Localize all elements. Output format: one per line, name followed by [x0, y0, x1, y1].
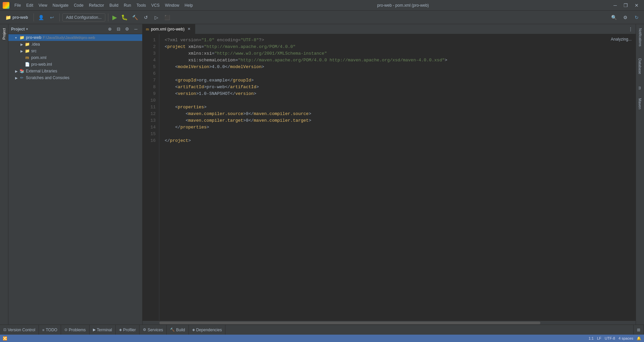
- menu-navigate[interactable]: Navigate: [50, 2, 71, 9]
- tab-more-button[interactable]: ⋮: [626, 24, 636, 34]
- terminal-label: Terminal: [97, 328, 112, 332]
- xml-icon: m: [24, 55, 30, 60]
- menu-tools[interactable]: Tools: [134, 2, 148, 9]
- project-name: pro-web: [12, 15, 28, 20]
- line-num-4: 4: [143, 57, 159, 64]
- hide-panel-icon[interactable]: ─: [132, 25, 140, 33]
- menu-bar: File Edit View Navigate Code Refactor Bu…: [12, 2, 195, 9]
- dependencies-icon: ◈: [192, 328, 195, 332]
- bottom-toolbar: ⊡ Version Control ≡ TODO ⊙ Problems ▶ Te…: [0, 325, 644, 335]
- run-config-button[interactable]: ▷: [152, 13, 161, 22]
- line-num-12: 12: [143, 111, 159, 117]
- notifications-tab[interactable]: Notifications: [637, 25, 643, 49]
- build-tab[interactable]: 🔨 Build: [167, 325, 189, 335]
- editor-tab-pomxml[interactable]: m pom.xml (pro-web) ✕: [143, 24, 195, 34]
- reload-button[interactable]: ↺: [141, 13, 151, 22]
- panel-options-icon[interactable]: ⚙: [123, 25, 131, 33]
- menu-edit[interactable]: Edit: [24, 2, 36, 9]
- minimize-button[interactable]: ─: [611, 2, 620, 9]
- line-numbers: 1 2 3 4 5 6 7 8 9 10 11 12 13 14 15 16: [143, 34, 159, 321]
- line-num-6: 6: [143, 70, 159, 77]
- idea-label: .idea: [31, 42, 40, 47]
- maven-tab[interactable]: Maven: [637, 96, 643, 112]
- menu-file[interactable]: File: [12, 2, 23, 9]
- project-tab[interactable]: Project: [1, 25, 7, 42]
- line-num-9: 9: [143, 91, 159, 97]
- database-tab[interactable]: Database: [637, 56, 643, 77]
- iml-label: pro-web.iml: [31, 62, 52, 67]
- tree-root[interactable]: ▾ 📁 pro-web F:\JavaStudy\JavaWeb\pro-web: [8, 34, 142, 41]
- menu-window[interactable]: Window: [163, 2, 182, 9]
- run-button[interactable]: ▶: [111, 14, 118, 21]
- profiler-tab[interactable]: ◈ Profiler: [116, 325, 140, 335]
- debug-button[interactable]: 🐛: [120, 14, 129, 20]
- settings-button[interactable]: ⚙: [621, 13, 630, 22]
- menu-build[interactable]: Build: [107, 2, 121, 9]
- add-configuration-button[interactable]: Add Configuration...: [62, 13, 105, 21]
- tree-external-libs[interactable]: ▶ 📚 External Libraries: [8, 68, 142, 74]
- profiler-label: Profiler: [123, 328, 136, 332]
- tree-idea[interactable]: ▶ 📁 .idea: [8, 41, 142, 48]
- menu-code[interactable]: Code: [71, 2, 86, 9]
- search-everywhere-button[interactable]: 🔍: [609, 13, 619, 22]
- build-icon: 🔨: [170, 328, 175, 332]
- tree-src[interactable]: ▶ 📁 src: [8, 48, 142, 54]
- encoding[interactable]: UTF-8: [605, 336, 615, 340]
- expand-arrow[interactable]: ▾: [15, 36, 19, 40]
- profiler-icon: ◈: [119, 328, 122, 332]
- m-tab[interactable]: m: [637, 84, 643, 92]
- menu-help[interactable]: Help: [182, 2, 195, 9]
- dependencies-tab[interactable]: ◈ Dependencies: [189, 325, 226, 335]
- terminal-tab[interactable]: ▶ Terminal: [90, 325, 116, 335]
- vcs-status[interactable]: 🔀: [3, 336, 7, 341]
- expand-arrow[interactable]: ▶: [20, 49, 24, 53]
- version-control-label: Version Control: [8, 328, 35, 332]
- toolbar-separator-3: [108, 13, 108, 21]
- line-num-8: 8: [143, 84, 159, 91]
- toolbar-separator-2: [59, 13, 60, 21]
- update-button[interactable]: ↻: [632, 13, 641, 22]
- collapse-all-icon[interactable]: ⊟: [115, 25, 122, 33]
- tree-scratches[interactable]: ▶ ✏ Scratches and Consoles: [8, 74, 142, 81]
- indent-setting[interactable]: 4 spaces: [619, 336, 633, 340]
- problems-icon: ⊙: [64, 328, 67, 332]
- line-num-14: 14: [143, 124, 159, 131]
- menu-refactor[interactable]: Refactor: [87, 2, 106, 9]
- notifications-icon[interactable]: 🔔: [637, 336, 641, 341]
- expand-arrow[interactable]: ▶: [15, 69, 19, 73]
- panel-header-icons: ⊕ ⊟ ⚙ ─: [106, 25, 140, 33]
- todo-tab[interactable]: ≡ TODO: [39, 325, 61, 335]
- build-button[interactable]: 🔨: [130, 13, 140, 22]
- tree-pomxml[interactable]: ▶ m pom.xml: [8, 54, 142, 61]
- code-editor[interactable]: <?xml version="1.0" encoding="UTF-8"?> <…: [159, 34, 636, 321]
- expand-arrow[interactable]: ▶: [15, 76, 19, 80]
- editor-content[interactable]: 1 2 3 4 5 6 7 8 9 10 11 12 13 14 15 16 <…: [143, 34, 636, 321]
- horizontal-scrollbar[interactable]: [143, 321, 636, 325]
- locate-icon[interactable]: ⊕: [106, 25, 113, 33]
- pom-label: pom.xml: [31, 55, 46, 60]
- maximize-button[interactable]: ❐: [621, 2, 631, 9]
- folder-icon: 📁: [19, 35, 24, 40]
- services-tab[interactable]: ⚙ Services: [140, 325, 167, 335]
- panel-dropdown-icon[interactable]: ▾: [26, 27, 28, 31]
- cursor-position[interactable]: 1:1: [589, 336, 594, 340]
- line-num-2: 2: [143, 44, 159, 50]
- editor-tabs: m pom.xml (pro-web) ✕ ⋮: [143, 24, 636, 34]
- stop-button[interactable]: ⬛: [163, 13, 172, 22]
- back-button[interactable]: ↩: [47, 13, 57, 22]
- close-button[interactable]: ✕: [632, 2, 641, 9]
- status-left: 🔀: [3, 336, 7, 341]
- window-controls: ─ ❐ ✕: [611, 2, 641, 9]
- profile-button[interactable]: 👤: [37, 13, 46, 22]
- menu-view[interactable]: View: [36, 2, 50, 9]
- problems-label: Problems: [69, 328, 86, 332]
- menu-vcs[interactable]: VCS: [149, 2, 162, 9]
- problems-tab[interactable]: ⊙ Problems: [61, 325, 90, 335]
- tree-iml[interactable]: ▶ 📄 pro-web.iml: [8, 61, 142, 68]
- left-sidebar-toggle[interactable]: ⊞: [633, 325, 644, 335]
- version-control-tab[interactable]: ⊡ Version Control: [0, 325, 39, 335]
- expand-arrow[interactable]: ▶: [20, 43, 24, 46]
- line-separator[interactable]: LF: [597, 336, 601, 340]
- tab-close-button[interactable]: ✕: [186, 26, 192, 32]
- menu-run[interactable]: Run: [121, 2, 133, 9]
